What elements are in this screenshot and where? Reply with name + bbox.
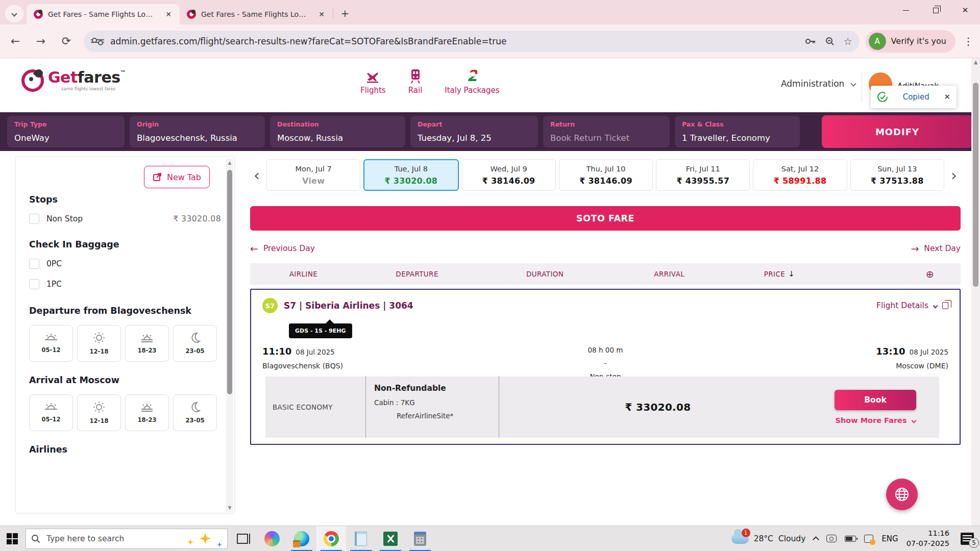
filter-option-0pc: 0PC: [29, 259, 221, 269]
start-button[interactable]: [0, 526, 24, 551]
task-view-button[interactable]: [228, 526, 257, 551]
carousel-prev-icon[interactable]: ‹: [250, 160, 263, 190]
field-trip-type[interactable]: Trip Type OneWay: [7, 116, 125, 147]
nav-item-rail[interactable]: Rail: [408, 66, 423, 95]
page-scrollbar[interactable]: ▲: [971, 58, 980, 525]
browser-tab-inactive[interactable]: Get Fares - Same Flights Lowest ✕: [180, 4, 333, 24]
carousel-next-icon[interactable]: ›: [947, 160, 961, 190]
slot-morning[interactable]: 05-12: [29, 394, 73, 431]
edge-button[interactable]: [287, 526, 316, 551]
cabin-baggage: Cabin : 7KG: [374, 398, 499, 407]
new-tab-button[interactable]: +: [337, 6, 353, 21]
field-return[interactable]: Return Book Return Ticket: [543, 116, 670, 147]
language-globe-button[interactable]: [886, 479, 918, 510]
date-card-sun[interactable]: Sun, Jul 13 ₹ 37513.88: [850, 159, 944, 191]
checkbox[interactable]: [29, 214, 39, 224]
date-card-fri[interactable]: Fri, Jul 11 ₹ 43955.57: [656, 159, 750, 191]
next-day-link[interactable]: → Next Day: [911, 243, 961, 254]
slot-morning[interactable]: 05-12: [29, 325, 73, 362]
book-button[interactable]: Book: [835, 390, 916, 410]
getfares-logo[interactable]: Getfares™ same flights lowest fares: [21, 69, 126, 92]
date-card-sat[interactable]: Sat, Jul 12 ₹ 58991.88: [753, 159, 847, 191]
fare-class: BASIC ECONOMY: [265, 403, 365, 411]
toast-close-icon[interactable]: ✕: [944, 92, 950, 102]
field-depart[interactable]: Depart Tuesday, Jul 8, 25: [410, 116, 538, 147]
flight-details-toggle[interactable]: Flight Details: [876, 301, 948, 310]
tab-search-button[interactable]: [5, 5, 23, 22]
nav-item-italy-packages[interactable]: 2 Italy Packages: [445, 66, 499, 95]
verify-profile-button[interactable]: A Verify it's you: [866, 30, 955, 53]
password-key-icon[interactable]: [805, 38, 816, 45]
date-card-thu[interactable]: Thu, Jul 10 ₹ 38146.09: [559, 159, 653, 191]
slot-night[interactable]: 23-05: [173, 394, 217, 431]
add-column-icon[interactable]: ⊕: [899, 268, 961, 280]
sync-alert-icon[interactable]: [864, 535, 873, 543]
scroll-up-icon[interactable]: ▲: [226, 159, 233, 167]
weather-widget[interactable]: 1 28°C Cloudy: [731, 534, 806, 544]
browser-tab-active[interactable]: Get Fares - Same Flights Lowest ✕: [27, 4, 180, 24]
tray-expand-icon[interactable]: [813, 536, 820, 543]
chrome-button[interactable]: [316, 526, 346, 551]
date-card-wed[interactable]: Wed, Jul 9 ₹ 38146.09: [462, 159, 556, 191]
url-text[interactable]: admin.getfares.com/flight/search-results…: [110, 36, 796, 46]
tab-close-icon[interactable]: ✕: [316, 9, 327, 19]
flight-result-card: S7 S7 | Siberia Airlines | 3064 Flight D…: [250, 289, 961, 445]
clock[interactable]: 11:16 07-07-2025: [906, 529, 949, 548]
slot-night[interactable]: 23-05: [173, 325, 217, 362]
zoom-out-icon[interactable]: [825, 37, 835, 46]
site-settings-icon[interactable]: [91, 35, 104, 48]
administration-dropdown[interactable]: Administration: [781, 79, 855, 89]
bookmark-star-icon[interactable]: ☆: [844, 36, 852, 47]
calculator-button[interactable]: [405, 526, 435, 551]
departure-filter-heading: Departure from Blagoveschensk: [29, 306, 221, 316]
main-nav: Flights Rail 2 Italy Packages: [360, 66, 500, 95]
departure-time: 11:10: [262, 346, 291, 357]
slot-evening[interactable]: 18-23: [125, 325, 169, 362]
getfares-logo-icon: [21, 69, 44, 92]
field-pax-class[interactable]: Pax & Class 1 Traveller, Economy: [675, 116, 800, 147]
date-card-mon[interactable]: Mon, Jul 7 View: [266, 159, 360, 191]
logo-tagline: same flights lowest fares: [61, 87, 126, 91]
copilot-button[interactable]: [257, 526, 287, 551]
slot-evening[interactable]: 18-23: [125, 394, 169, 431]
previous-day-link[interactable]: ← Previous Day: [250, 243, 315, 254]
camera-icon[interactable]: [826, 535, 837, 542]
checkbox[interactable]: [29, 279, 39, 289]
slot-afternoon[interactable]: 12-18: [77, 325, 121, 362]
restore-button[interactable]: [921, 0, 950, 20]
notepad-button[interactable]: [346, 526, 376, 551]
close-window-button[interactable]: ✕: [950, 0, 980, 20]
field-destination[interactable]: Destination Moscow, Russia: [270, 116, 405, 147]
modify-button[interactable]: MODIFY: [822, 115, 973, 148]
back-button[interactable]: ←: [5, 31, 26, 52]
scrollbar-thumb[interactable]: [973, 83, 978, 287]
tab-close-icon[interactable]: ✕: [163, 9, 174, 19]
gds-tooltip: GDS - 1S - 9EHG: [289, 323, 352, 338]
checkbox[interactable]: [29, 259, 39, 269]
excel-button[interactable]: [376, 526, 405, 551]
address-bar[interactable]: admin.getfares.com/flight/search-results…: [84, 31, 860, 52]
option-price: ₹ 33020.08: [173, 214, 221, 223]
slot-afternoon[interactable]: 12-18: [77, 394, 121, 431]
language-indicator[interactable]: ENG: [881, 534, 898, 543]
notification-center-button[interactable]: 5: [961, 533, 974, 545]
minimize-button[interactable]: [891, 0, 921, 20]
show-more-fares-link[interactable]: Show More Fares: [835, 416, 915, 424]
browser-menu-button[interactable]: ⋮: [961, 31, 976, 52]
date-card-tue-selected[interactable]: Tue, Jul 8 ₹ 33020.08: [363, 159, 458, 191]
field-origin[interactable]: Origin Blagoveschensk, Russia: [130, 116, 265, 147]
scrollbar-thumb[interactable]: [227, 170, 232, 394]
departure-city: Blagoveschensk (BQS): [262, 362, 496, 370]
window-controls: ✕: [891, 0, 980, 20]
battery-icon[interactable]: [845, 536, 856, 542]
forward-button[interactable]: →: [31, 31, 51, 52]
copy-icon[interactable]: [942, 302, 948, 309]
nav-item-flights[interactable]: Flights: [360, 66, 386, 95]
new-tab-open-button[interactable]: New Tab: [144, 166, 210, 188]
sidebar-scrollbar[interactable]: ▲ ▼: [226, 159, 233, 512]
scroll-up-icon[interactable]: ▲: [971, 59, 980, 65]
reload-button[interactable]: ⟳: [56, 31, 77, 52]
taskbar-search-box[interactable]: Type here to search: [26, 529, 228, 549]
scroll-down-icon[interactable]: ▼: [226, 504, 233, 512]
col-price-sort[interactable]: PRICE ↓: [726, 269, 833, 279]
